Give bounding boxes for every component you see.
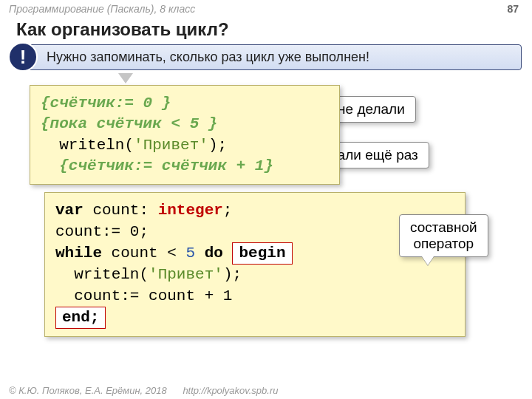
footer-url: http://kpolyakov.spb.ru <box>183 385 278 396</box>
keyword: while <box>55 245 102 262</box>
pseudocode-box: {счётчик:= 0 } {пока счётчик < 5 } write… <box>30 85 340 185</box>
code-text: ; <box>223 202 233 219</box>
footer: © К.Ю. Поляков, Е.А. Ерёмин, 2018 http:/… <box>9 385 278 396</box>
info-bar: ! Нужно запоминать, сколько раз цикл уже… <box>25 44 522 70</box>
pseudo-line: {счётчик:= счётчик + 1} <box>59 157 273 174</box>
code-text <box>223 245 233 262</box>
code-text: count: <box>83 202 158 219</box>
type-name: integer <box>158 202 223 219</box>
code-text: writeln( <box>74 266 149 283</box>
arrow-down-icon <box>118 73 133 83</box>
breadcrumb: Программирование (Паскаль), 8 класс 87 <box>0 0 532 15</box>
string-literal: 'Привет' <box>149 266 223 283</box>
code-text <box>195 245 205 262</box>
end-tag: end; <box>55 307 106 329</box>
begin-tag: begin <box>232 242 292 265</box>
alert-icon: ! <box>8 42 38 72</box>
pseudo-line: writeln( <box>59 137 134 154</box>
code-text: count:= count + 1 <box>74 287 232 304</box>
breadcrumb-text: Программирование (Паскаль), 8 класс <box>9 3 195 15</box>
page-title: Как организовать цикл? <box>0 15 532 44</box>
callout-compound: составной оператор <box>399 214 488 257</box>
info-text: Нужно запоминать, сколько раз цикл уже в… <box>47 50 369 64</box>
keyword: var <box>55 202 83 219</box>
pseudo-line: {счётчик:= 0 } <box>41 95 171 112</box>
number-literal: 5 <box>185 245 195 262</box>
pseudo-line: ); <box>208 137 227 154</box>
pseudo-line: {пока счётчик < 5 } <box>41 115 217 132</box>
string-literal: 'Привет' <box>134 137 208 154</box>
code-text: ); <box>223 266 242 283</box>
code-text: count:= 0; <box>55 223 149 240</box>
copyright: © К.Ю. Поляков, Е.А. Ерёмин, 2018 <box>9 385 167 396</box>
code-text: count < <box>102 245 185 262</box>
page-number: 87 <box>507 3 519 15</box>
keyword: do <box>205 245 223 262</box>
